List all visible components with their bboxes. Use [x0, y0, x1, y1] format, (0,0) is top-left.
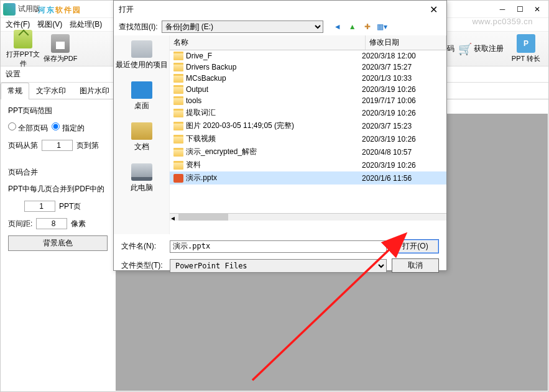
file-row[interactable]: Drive_F2020/3/18 12:00: [170, 50, 446, 62]
cancel-button[interactable]: 取消: [392, 258, 439, 273]
open-button[interactable]: 打开(O): [392, 239, 439, 253]
file-row[interactable]: 演示.pptx2020/1/6 11:56: [170, 171, 446, 185]
folder-icon: [173, 96, 183, 105]
file-name: 资料: [186, 160, 362, 170]
bgcolor-button[interactable]: 背景底色: [8, 235, 108, 251]
folder-icon: [173, 52, 183, 60]
file-name: 下载视频: [186, 134, 362, 144]
file-name: tools: [186, 96, 362, 105]
file-name: Drivers Backup: [186, 63, 362, 71]
gap-input[interactable]: [36, 218, 67, 229]
tab-general[interactable]: 常规: [1, 83, 29, 99]
watermark-brand: 河东软件园: [38, 0, 81, 17]
pptx-icon: [173, 174, 183, 183]
drive-select[interactable]: 备份[勿删] (E:): [162, 21, 323, 33]
ppt-icon: P: [517, 34, 535, 53]
file-date: 2020/3/7 15:23: [362, 122, 443, 130]
convert-long-button[interactable]: P PPT 转长: [507, 33, 545, 65]
menu-batch[interactable]: 批处理(B): [70, 19, 102, 30]
file-date: 2020/1/3 10:33: [362, 74, 443, 83]
minimize-button[interactable]: ─: [494, 2, 511, 16]
file-date: 2019/7/17 10:06: [362, 96, 443, 105]
open-icon: [14, 30, 32, 48]
file-name: 演示.pptx: [186, 173, 362, 183]
get-reg-button[interactable]: 🛒获取注册: [458, 42, 504, 56]
col-name[interactable]: 名称: [170, 35, 366, 50]
file-row[interactable]: Drivers Backup2020/3/7 15:27: [170, 62, 446, 73]
folder-icon: [173, 148, 183, 157]
file-date: 2020/3/7 15:27: [362, 63, 443, 71]
folder-icon: [173, 85, 183, 94]
view-icon[interactable]: ▦▾: [377, 21, 388, 32]
file-list: 名称 修改日期 Drive_F2020/3/18 12:00Drivers Ba…: [170, 35, 446, 234]
place-pc[interactable]: 此电脑: [131, 163, 153, 193]
file-date: 2020/3/19 10:26: [362, 85, 443, 94]
watermark-url: www.pc0359.cn: [472, 17, 533, 26]
h-scrollbar[interactable]: ◂: [170, 213, 446, 221]
places-bar: 最近使用的项目 桌面 文档 此电脑: [114, 35, 170, 234]
folder-icon: [173, 161, 183, 170]
open-file-dialog: 打开 ✕ 查找范围(I): 备份[勿删] (E:) ◄ ▲ ✚ ▦▾ 最近使用的…: [113, 0, 447, 271]
ppt-count-input[interactable]: [24, 201, 55, 212]
file-name: 提取词汇: [186, 107, 362, 118]
filename-input[interactable]: [170, 240, 387, 253]
file-name: 图片 2020-03-05 11;49;05 (完整): [186, 121, 362, 131]
lookup-label: 查找范围(I):: [119, 22, 158, 32]
folder-icon: [173, 63, 183, 71]
file-row[interactable]: 图片 2020-03-05 11;49;05 (完整)2020/3/7 15:2…: [170, 119, 446, 132]
app-logo: [3, 3, 16, 16]
save-pdf-button[interactable]: 保存为PDF: [42, 33, 79, 65]
file-date: 2020/4/8 10:57: [362, 148, 443, 157]
file-name: Output: [186, 85, 362, 94]
place-recent[interactable]: 最近使用的项目: [116, 40, 168, 70]
file-date: 2020/3/19 10:26: [362, 135, 443, 144]
open-ppt-button[interactable]: 打开PPT文件: [4, 29, 42, 70]
desktop-icon: [131, 81, 152, 99]
save-icon: [51, 34, 70, 53]
lookup-row: 查找范围(I): 备份[勿删] (E:) ◄ ▲ ✚ ▦▾: [114, 18, 446, 35]
close-button[interactable]: ✕: [528, 2, 546, 16]
tab-image-watermark[interactable]: 图片水印: [73, 83, 116, 99]
all-pages-radio[interactable]: 全部页码: [8, 122, 48, 134]
maximize-button[interactable]: ☐: [511, 2, 528, 16]
file-date: 2020/3/18 12:00: [362, 52, 443, 60]
place-desktop[interactable]: 桌面: [131, 81, 152, 111]
file-row[interactable]: tools2019/7/17 10:06: [170, 95, 446, 106]
file-row[interactable]: Output2020/3/19 10:26: [170, 84, 446, 95]
filetype-label: 文件类型(T):: [121, 260, 165, 271]
up-icon[interactable]: ▲: [347, 21, 358, 32]
file-row[interactable]: 提取词汇2020/3/19 10:26: [170, 106, 446, 119]
recent-icon: [131, 40, 152, 58]
dialog-title: 打开: [119, 4, 134, 15]
pc-icon: [131, 163, 152, 181]
file-date: 2020/3/19 10:26: [362, 109, 443, 117]
cart-icon: 🛒: [458, 42, 472, 56]
col-date[interactable]: 修改日期: [366, 35, 446, 50]
file-name: MCsBackup: [186, 74, 362, 83]
folder-icon: [173, 122, 183, 130]
folder-icon: [173, 135, 183, 144]
file-date: 2020/3/19 10:26: [362, 161, 443, 170]
newfolder-icon[interactable]: ✚: [362, 21, 373, 32]
file-row[interactable]: 资料2020/3/19 10:26: [170, 158, 446, 171]
folder-icon: [173, 74, 183, 83]
page-from-input[interactable]: [42, 140, 73, 151]
docs-icon: [131, 122, 152, 140]
place-docs[interactable]: 文档: [131, 122, 152, 152]
file-row[interactable]: MCsBackup2020/1/3 10:33: [170, 73, 446, 84]
filename-label: 文件名(N):: [121, 241, 165, 252]
specified-radio[interactable]: 指定的: [52, 122, 84, 134]
filetype-select[interactable]: PowerPoint Files: [170, 259, 387, 273]
file-date: 2020/1/6 11:56: [362, 174, 443, 183]
file-row[interactable]: 演示_encrypted_解密2020/4/8 10:57: [170, 145, 446, 158]
back-icon[interactable]: ◄: [332, 21, 343, 32]
folder-icon: [173, 109, 183, 117]
file-row[interactable]: 下载视频2020/3/19 10:26: [170, 132, 446, 145]
tab-text-watermark[interactable]: 文字水印: [29, 83, 73, 99]
file-name: Drive_F: [186, 52, 362, 60]
dialog-titlebar: 打开 ✕: [114, 1, 446, 18]
dialog-close-button[interactable]: ✕: [426, 4, 441, 16]
file-name: 演示_encrypted_解密: [186, 147, 362, 157]
